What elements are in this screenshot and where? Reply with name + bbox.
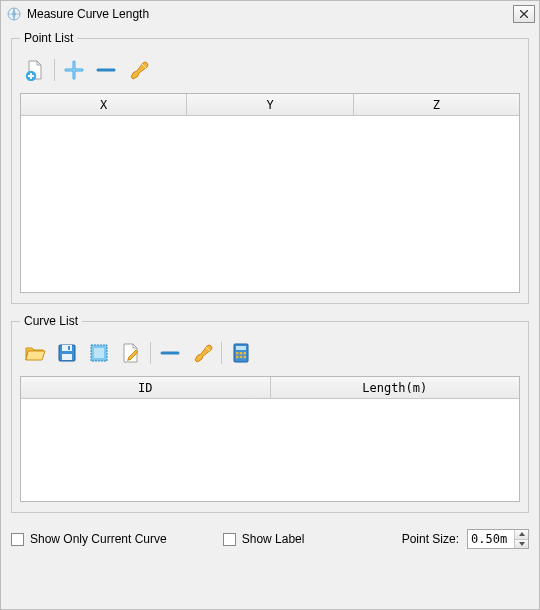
point-table-body[interactable] [21,116,519,292]
point-table-header: X Y Z [21,94,519,116]
content-area: Point List [1,31,539,513]
curve-table-body[interactable] [21,399,519,501]
svg-rect-5 [62,345,72,351]
close-button[interactable] [513,5,535,23]
titlebar: Measure Curve Length [1,1,539,27]
svg-rect-12 [236,352,239,355]
svg-rect-16 [240,356,243,359]
calculator-icon[interactable] [228,340,254,366]
column-header-x[interactable]: X [21,94,187,116]
show-only-current-label: Show Only Current Curve [30,532,167,546]
folder-open-icon[interactable] [22,340,48,366]
curve-table-header: ID Length(m) [21,377,519,399]
svg-rect-7 [62,354,72,360]
point-size-spinbox[interactable]: 0.50m [467,529,529,549]
footer-row: Show Only Current Curve Show Label Point… [1,523,539,557]
toolbar-separator [221,342,222,364]
toolbar-separator [54,59,55,81]
point-list-legend: Point List [20,31,77,45]
svg-rect-11 [236,346,246,350]
minus-icon[interactable] [157,340,183,366]
new-page-icon[interactable] [22,57,48,83]
app-icon [5,5,23,23]
column-header-y[interactable]: Y [187,94,353,116]
point-list-group: Point List [11,31,529,304]
svg-rect-17 [244,356,247,359]
edit-page-icon[interactable] [118,340,144,366]
svg-rect-14 [244,352,247,355]
spin-buttons [514,530,528,548]
save-icon[interactable] [54,340,80,366]
curve-table[interactable]: ID Length(m) [20,376,520,502]
brush-icon[interactable] [189,340,215,366]
point-table[interactable]: X Y Z [20,93,520,293]
svg-rect-9 [94,348,104,358]
svg-rect-6 [68,346,70,350]
svg-rect-15 [236,356,239,359]
svg-rect-13 [240,352,243,355]
curve-list-group: Curve List [11,314,529,513]
window-title: Measure Curve Length [27,7,513,21]
select-rect-icon[interactable] [86,340,112,366]
column-header-length[interactable]: Length(m) [271,377,520,399]
show-only-current-checkbox[interactable]: Show Only Current Curve [11,532,167,546]
point-list-toolbar [20,53,520,93]
spin-up-button[interactable] [515,530,528,540]
show-label-checkbox[interactable]: Show Label [223,532,305,546]
curve-list-toolbar [20,336,520,376]
minus-icon[interactable] [93,57,119,83]
checkbox-box[interactable] [223,533,236,546]
point-size-label: Point Size: [402,532,459,546]
toolbar-separator [150,342,151,364]
spin-down-button[interactable] [515,540,528,549]
curve-list-legend: Curve List [20,314,82,328]
show-label-label: Show Label [242,532,305,546]
checkbox-box[interactable] [11,533,24,546]
column-header-id[interactable]: ID [21,377,271,399]
brush-icon[interactable] [125,57,151,83]
plus-icon[interactable] [61,57,87,83]
point-size-value[interactable]: 0.50m [468,530,514,548]
column-header-z[interactable]: Z [354,94,519,116]
